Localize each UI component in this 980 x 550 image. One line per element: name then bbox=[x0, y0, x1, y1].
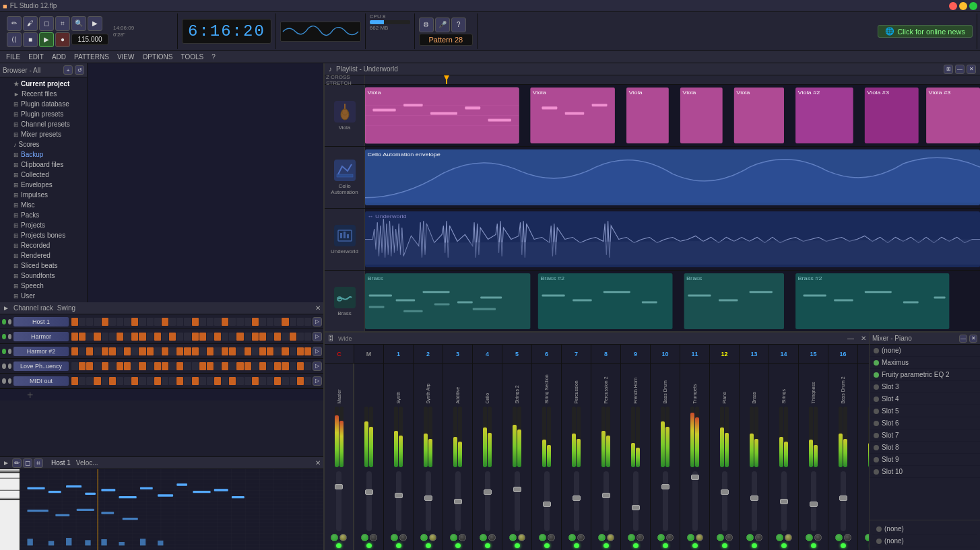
step-3-3[interactable] bbox=[94, 362, 100, 370]
mix-fader-thumb-6[interactable] bbox=[513, 487, 521, 492]
step-1-24[interactable] bbox=[252, 333, 259, 341]
mix-fader-2[interactable] bbox=[396, 471, 401, 531]
sidebar-item-scores[interactable]: ♪Scores bbox=[0, 139, 87, 149]
mk-2-2[interactable] bbox=[399, 534, 407, 541]
step-4-22[interactable] bbox=[236, 377, 243, 385]
step-2-3[interactable] bbox=[94, 347, 100, 355]
mix-fader-thumb-12[interactable] bbox=[691, 475, 699, 480]
mk-2-10[interactable] bbox=[636, 534, 644, 541]
step-1-1[interactable] bbox=[79, 333, 86, 341]
ch-mute-2[interactable]: ▷ bbox=[313, 347, 322, 356]
step-1-31[interactable] bbox=[304, 333, 311, 341]
mix-fader-12[interactable] bbox=[692, 471, 698, 531]
step-2-0[interactable] bbox=[71, 347, 78, 355]
mixer-num-0[interactable]: C bbox=[325, 345, 354, 364]
step-1-12[interactable] bbox=[162, 333, 168, 341]
step-3-5[interactable] bbox=[109, 362, 116, 370]
fx-slot-7[interactable]: Slot 7 bbox=[870, 429, 980, 442]
mix-fader-thumb-8[interactable] bbox=[573, 495, 581, 501]
settings-btn[interactable]: ⚙ bbox=[419, 18, 434, 32]
mix-fader-4[interactable] bbox=[455, 471, 461, 531]
fx-slot-8[interactable]: Slot 8 bbox=[870, 442, 980, 454]
step-1-22[interactable] bbox=[236, 333, 243, 341]
menu-help[interactable]: ? bbox=[208, 53, 219, 61]
mix-active-dot-0[interactable] bbox=[336, 543, 341, 548]
step-2-10[interactable] bbox=[147, 347, 154, 355]
mix-active-dot-12[interactable] bbox=[692, 543, 698, 548]
step-3-31[interactable] bbox=[304, 362, 311, 370]
step-0-24[interactable] bbox=[252, 318, 259, 326]
step-1-18[interactable] bbox=[207, 333, 214, 341]
mix-active-dot-3[interactable] bbox=[426, 543, 431, 548]
mix-active-dot-10[interactable] bbox=[633, 543, 639, 548]
step-3-22[interactable] bbox=[236, 362, 243, 370]
step-2-27[interactable] bbox=[274, 347, 281, 355]
step-1-10[interactable] bbox=[147, 333, 154, 341]
step-1-13[interactable] bbox=[169, 333, 176, 341]
mix-fader-8[interactable] bbox=[574, 471, 579, 531]
step-4-30[interactable] bbox=[297, 377, 304, 385]
sidebar-item-backup[interactable]: ⊞Backup bbox=[0, 149, 87, 160]
ch-name-3[interactable]: Love Ph..uency bbox=[13, 362, 69, 371]
step-1-7[interactable] bbox=[124, 333, 131, 341]
sidebar-item-plugin-presets[interactable]: ⊞Plugin presets bbox=[0, 109, 87, 119]
step-3-4[interactable] bbox=[102, 362, 108, 370]
step-0-10[interactable] bbox=[147, 318, 154, 326]
mk-2-8[interactable] bbox=[577, 534, 585, 541]
help-btn[interactable]: ? bbox=[451, 18, 466, 32]
step-3-16[interactable] bbox=[192, 362, 199, 370]
mixer-num-3[interactable]: 2 bbox=[414, 345, 443, 364]
mk-1-0[interactable] bbox=[331, 534, 338, 541]
ch-mute-4[interactable]: ▷ bbox=[313, 376, 322, 386]
mix-fader-thumb-5[interactable] bbox=[484, 489, 492, 495]
mix-fader-thumb-15[interactable] bbox=[780, 499, 788, 504]
mk-1-6[interactable] bbox=[509, 534, 517, 541]
step-0-19[interactable] bbox=[214, 318, 221, 326]
mix-active-dot-4[interactable] bbox=[455, 543, 461, 548]
step-3-6[interactable] bbox=[117, 362, 123, 370]
mix-fader-thumb-7[interactable] bbox=[543, 502, 551, 507]
track-content-underworld[interactable]: ↔ Underworld bbox=[365, 209, 980, 270]
mk-1-11[interactable] bbox=[657, 534, 665, 541]
mk-1-12[interactable] bbox=[687, 534, 694, 541]
mixer-num-16[interactable]: 15 bbox=[799, 345, 828, 364]
channel-rack-close[interactable]: ✕ bbox=[315, 304, 321, 312]
step-0-14[interactable] bbox=[176, 318, 183, 326]
step-3-12[interactable] bbox=[162, 362, 168, 370]
close-btn[interactable] bbox=[949, 2, 957, 10]
sidebar-item-clipboard-files[interactable]: ⊞Clipboard files bbox=[0, 160, 87, 170]
step-4-15[interactable] bbox=[184, 377, 191, 385]
step-3-9[interactable] bbox=[139, 362, 145, 370]
pr-close[interactable]: ✕ bbox=[315, 459, 321, 467]
step-0-21[interactable] bbox=[229, 318, 236, 326]
step-2-2[interactable] bbox=[86, 347, 93, 355]
step-3-24[interactable] bbox=[252, 362, 259, 370]
step-3-26[interactable] bbox=[267, 362, 273, 370]
step-0-16[interactable] bbox=[192, 318, 199, 326]
mix-active-dot-16[interactable] bbox=[811, 543, 816, 548]
fx-slot-10[interactable]: Slot 10 bbox=[870, 466, 980, 478]
maximize-btn[interactable] bbox=[969, 2, 977, 10]
draw-tool[interactable]: ✏ bbox=[7, 16, 22, 31]
step-2-8[interactable] bbox=[131, 347, 138, 355]
sidebar-item-envelopes[interactable]: ⊞Envelopes bbox=[0, 180, 87, 190]
step-0-25[interactable] bbox=[259, 318, 266, 326]
zoom-tool[interactable]: 🔍 bbox=[71, 16, 86, 31]
mix-active-dot-2[interactable] bbox=[396, 543, 401, 548]
step-2-17[interactable] bbox=[199, 347, 206, 355]
mixer-num-2[interactable]: 1 bbox=[384, 345, 414, 364]
step-1-19[interactable] bbox=[214, 333, 221, 341]
mixer-num-7[interactable]: 6 bbox=[532, 345, 562, 364]
mk-1-8[interactable] bbox=[568, 534, 576, 541]
step-4-28[interactable] bbox=[282, 377, 288, 385]
mix-active-dot-1[interactable] bbox=[366, 543, 372, 548]
bottom-slot-2[interactable]: (none) bbox=[872, 535, 977, 547]
playlist-btn-2[interactable]: — bbox=[955, 65, 965, 74]
step-3-7[interactable] bbox=[124, 362, 131, 370]
step-1-25[interactable] bbox=[259, 333, 266, 341]
mixer-num-17[interactable]: 16 bbox=[828, 345, 858, 364]
step-4-23[interactable] bbox=[244, 377, 251, 385]
mix-active-dot-6[interactable] bbox=[515, 543, 520, 548]
step-1-26[interactable] bbox=[267, 333, 273, 341]
step-0-4[interactable] bbox=[102, 318, 108, 326]
